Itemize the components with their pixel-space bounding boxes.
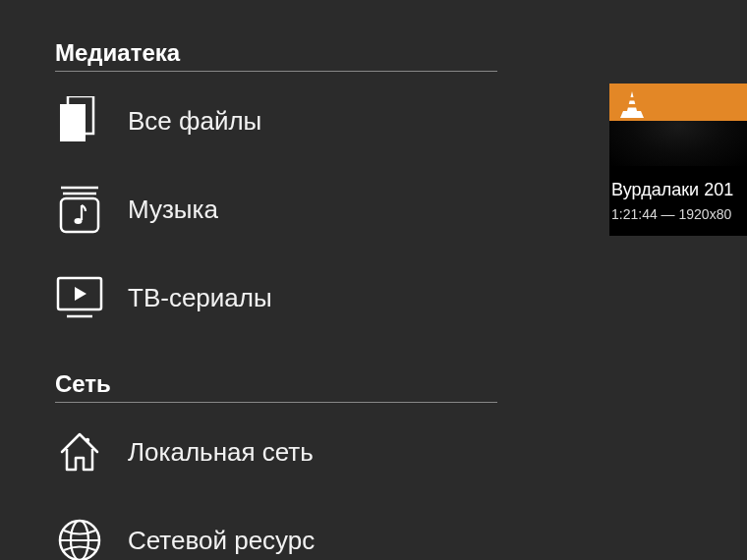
home-icon xyxy=(55,427,104,476)
card-title: Вурдалаки 201 xyxy=(609,166,747,206)
divider xyxy=(55,71,497,72)
menu-item-label: Локальная сеть xyxy=(128,437,314,468)
menu-item-label: Сетевой ресурс xyxy=(128,526,315,556)
section-header-library: Медиатека xyxy=(55,39,609,67)
svg-rect-4 xyxy=(61,198,98,232)
menu-item-all-files[interactable]: Все файлы xyxy=(55,91,609,150)
tv-icon xyxy=(55,273,104,322)
media-card[interactable]: Вурдалаки 201 1:21:44 — 1920x80 xyxy=(609,84,747,236)
music-icon xyxy=(55,185,104,234)
sidebar: Медиатека Все файлы Музыка xyxy=(0,0,609,560)
svg-rect-15 xyxy=(628,104,637,108)
svg-marker-13 xyxy=(627,91,637,111)
svg-marker-16 xyxy=(620,111,644,118)
card-thumbnail xyxy=(609,121,747,166)
svg-rect-1 xyxy=(60,104,86,141)
menu-item-tv-series[interactable]: ТВ-сериалы xyxy=(55,268,609,327)
svg-rect-14 xyxy=(629,97,636,101)
menu-item-music[interactable]: Музыка xyxy=(55,180,609,239)
menu-item-local-network[interactable]: Локальная сеть xyxy=(55,422,609,481)
menu-item-label: ТВ-сериалы xyxy=(128,283,272,313)
content-panel: Вурдалаки 201 1:21:44 — 1920x80 xyxy=(609,0,747,560)
card-meta: 1:21:44 — 1920x80 xyxy=(609,206,747,236)
menu-item-label: Все файлы xyxy=(128,106,261,137)
files-icon xyxy=(55,96,104,145)
globe-icon xyxy=(55,516,104,560)
menu-item-network-stream[interactable]: Сетевой ресурс xyxy=(55,511,609,560)
divider xyxy=(55,402,497,403)
svg-point-5 xyxy=(75,218,83,224)
section-header-network: Сеть xyxy=(55,370,609,398)
svg-marker-7 xyxy=(75,287,86,301)
card-banner xyxy=(609,84,747,121)
svg-point-9 xyxy=(86,438,89,442)
menu-item-label: Музыка xyxy=(128,195,218,225)
vlc-cone-icon xyxy=(619,89,645,119)
